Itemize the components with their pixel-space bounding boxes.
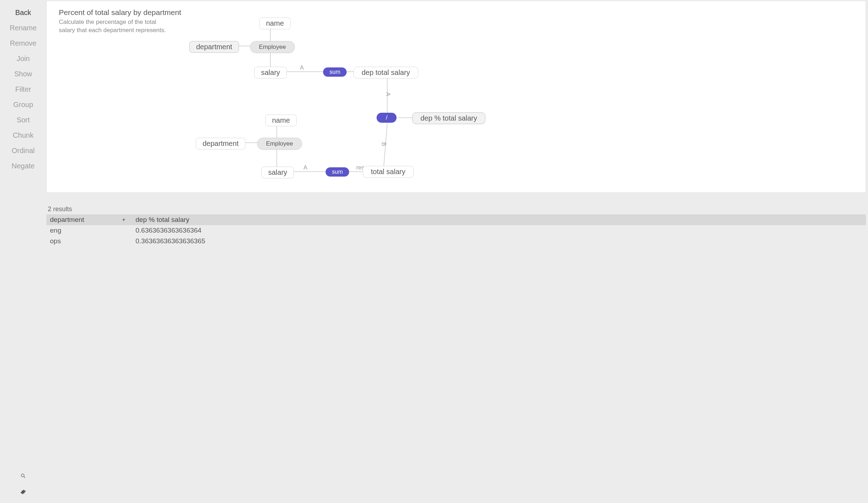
sidebar-item-group[interactable]: Group <box>0 97 46 112</box>
search-icon[interactable] <box>20 472 26 481</box>
sidebar-item-negate[interactable]: Negate <box>0 158 46 174</box>
table-row: ops 0.36363636363636365 <box>46 236 866 247</box>
sidebar-item-chunk[interactable]: Chunk <box>0 128 46 143</box>
sidebar-item-ordinal[interactable]: Ordinal <box>0 143 46 158</box>
canvas-panel: Percent of total salary by department Ca… <box>46 1 866 193</box>
edge-label-a2: A <box>303 164 307 171</box>
edge-label-a1: A <box>300 65 304 71</box>
cell-department: eng <box>46 225 132 236</box>
column-department[interactable]: department ▼ <box>46 214 132 225</box>
node-sum-2[interactable]: sum <box>326 167 349 177</box>
sidebar-item-back[interactable]: Back <box>0 5 46 20</box>
node-employee-1[interactable]: Employee <box>250 41 295 53</box>
node-dep-total-salary[interactable]: dep total salary <box>353 67 418 78</box>
edge-label-div-b: B <box>381 142 387 146</box>
results-count: 2 results <box>46 195 866 214</box>
diagram-connectors <box>47 1 866 192</box>
table-header-row: department ▼ dep % total salary <box>46 214 866 225</box>
node-department-2[interactable]: department <box>196 138 245 149</box>
sidebar-item-sort[interactable]: Sort <box>0 112 46 128</box>
sidebar-item-remove[interactable]: Remove <box>0 36 46 51</box>
cell-pct: 0.6363636363636364 <box>132 225 866 236</box>
app-root: Back Rename Remove Join Show Filter Grou… <box>0 0 868 503</box>
sort-caret-icon[interactable]: ▼ <box>122 218 126 222</box>
sidebar: Back Rename Remove Join Show Filter Grou… <box>0 0 46 503</box>
table-row: eng 0.6363636363636364 <box>46 225 866 236</box>
cell-department: ops <box>46 236 132 247</box>
edge-label-div-a: A <box>385 92 391 96</box>
node-divide[interactable]: / <box>377 113 397 123</box>
node-name-2[interactable]: name <box>265 115 297 126</box>
main-column: Percent of total salary by department Ca… <box>46 0 868 503</box>
column-department-label: department <box>50 216 84 223</box>
svg-line-1 <box>24 477 25 478</box>
diagram-layer: name Employee department salary A sum de… <box>47 1 866 192</box>
results-table: department ▼ dep % total salary eng 0.63… <box>46 214 866 247</box>
svg-point-0 <box>21 474 24 477</box>
node-name-1[interactable]: name <box>259 17 291 29</box>
node-employee-2[interactable]: Employee <box>257 138 302 150</box>
sidebar-bottom <box>0 472 46 503</box>
gear-icon[interactable] <box>20 488 26 497</box>
sidebar-item-rename[interactable]: Rename <box>0 20 46 36</box>
results-area: 2 results department ▼ dep % total salar… <box>46 195 868 503</box>
node-dep-pct-total-salary[interactable]: dep % total salary <box>412 112 485 124</box>
node-salary-2[interactable]: salary <box>261 167 294 178</box>
column-dep-pct[interactable]: dep % total salary <box>132 214 866 225</box>
node-total-salary[interactable]: total salary <box>363 166 414 178</box>
sidebar-item-filter[interactable]: Filter <box>0 82 46 97</box>
sidebar-item-show[interactable]: Show <box>0 66 46 82</box>
sidebar-item-join[interactable]: Join <box>0 51 46 66</box>
node-sum-1[interactable]: sum <box>323 67 347 77</box>
cell-pct: 0.36363636363636365 <box>132 236 866 247</box>
node-salary-1[interactable]: salary <box>254 67 287 78</box>
node-department-1[interactable]: department <box>189 41 239 53</box>
